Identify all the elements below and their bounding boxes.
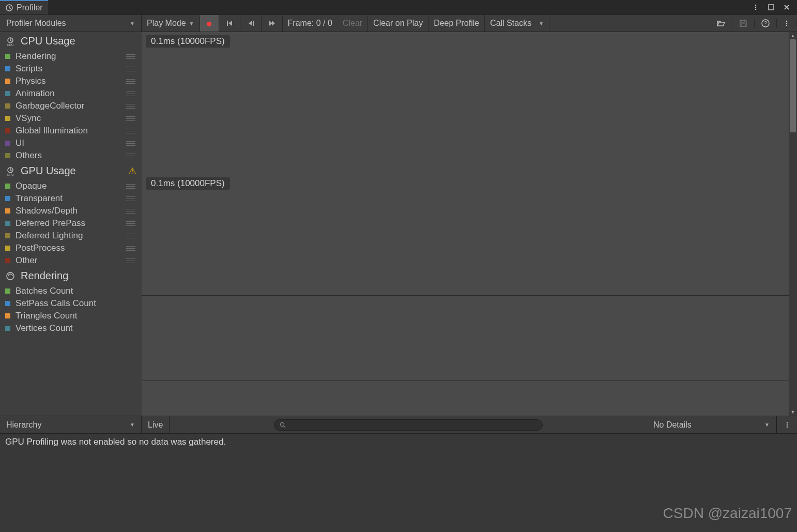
drag-handle-icon[interactable] [125,259,136,263]
record-button[interactable]: ● [200,15,219,32]
scroll-up-icon[interactable]: ▲ [789,32,797,39]
drag-handle-icon[interactable] [125,92,136,96]
legend-item[interactable]: UI [0,137,142,149]
help-button[interactable]: ? [755,19,777,28]
legend-item[interactable]: PostProcess [0,242,142,254]
legend-item[interactable]: Triangles Count [0,310,142,322]
record-icon: ● [206,18,212,29]
module-header[interactable]: GPUGPU Usage⚠ [0,162,142,180]
watermark: CSDN @zaizai1007 [663,505,792,522]
drag-handle-icon[interactable] [125,246,136,251]
warning-icon: ⚠ [128,165,136,177]
vertical-scrollbar[interactable]: ▲ ▼ [789,32,797,416]
scrollbar-thumb[interactable] [790,39,796,132]
legend-item[interactable]: Deferred PrePass [0,217,142,230]
no-details-label: No Details [653,420,692,430]
svg-point-17 [281,422,284,426]
drag-handle-icon[interactable] [125,196,136,201]
cpu-icon: CPU [5,36,16,47]
drag-handle-icon[interactable] [125,129,136,133]
legend-item[interactable]: Animation [0,87,142,100]
close-icon[interactable] [781,2,792,12]
live-button[interactable]: Live [142,416,170,433]
legend-item[interactable]: Transparent [0,192,142,205]
tab-profiler[interactable]: Profiler [0,0,48,14]
deep-profile-button[interactable]: Deep Profile [428,15,485,32]
save-profile-button[interactable] [732,19,755,28]
legend-item[interactable]: VSync [0,112,142,125]
search-input[interactable] [289,421,537,429]
svg-rect-5 [742,20,745,22]
color-swatch [5,153,10,158]
legend-item[interactable]: Scripts [0,63,142,75]
drag-handle-icon[interactable] [125,184,136,189]
drag-handle-icon[interactable] [125,54,136,59]
svg-point-10 [786,23,788,24]
legend-item[interactable]: Others [0,149,142,162]
svg-text:GPU: GPU [7,173,13,176]
maximize-icon[interactable] [766,2,776,12]
legend-item[interactable]: SetPass Calls Count [0,297,142,310]
legend-item[interactable]: Batches Count [0,285,142,297]
legend-item[interactable]: Vertices Count [0,322,142,335]
legend-item[interactable]: Rendering [0,50,142,63]
drag-handle-icon[interactable] [125,116,136,121]
first-frame-button[interactable] [219,15,240,32]
detail-toolbar: Hierarchy ▼ Live No Details ▼ [0,416,797,434]
legend-item[interactable]: Global Illumination [0,125,142,137]
module-header[interactable]: Rendering [0,267,142,285]
module-items: Batches CountSetPass Calls CountTriangle… [0,285,142,335]
clear-on-play-label: Clear on Play [373,19,423,28]
context-menu-button[interactable] [777,20,797,27]
profiler-icon [5,4,13,12]
no-details-dropdown[interactable]: No Details ▼ [647,416,776,433]
search-field[interactable] [274,419,543,431]
graph-section[interactable] [142,296,797,381]
scroll-down-icon[interactable]: ▼ [789,408,797,416]
drag-handle-icon[interactable] [125,154,136,158]
chevron-down-icon: ▼ [539,21,544,26]
graph-section[interactable]: 0.1ms (10000FPS) [142,32,797,174]
legend-label: Deferred Lighting [16,231,120,241]
module-sidebar: CPUCPU UsageRenderingScriptsPhysicsAnima… [0,32,142,416]
legend-label: Global Illumination [16,126,120,136]
render-icon [5,271,16,281]
legend-item[interactable]: GarbageCollector [0,100,142,112]
play-mode-dropdown[interactable]: Play Mode ▼ [142,15,200,32]
legend-item[interactable]: Shadows/Depth [0,205,142,217]
prev-frame-button[interactable] [240,15,262,32]
drag-handle-icon[interactable] [125,79,136,84]
more-icon[interactable] [750,2,761,12]
color-swatch [5,54,10,59]
drag-handle-icon[interactable] [125,234,136,238]
more-vertical-icon [783,20,790,27]
call-stacks-dropdown[interactable]: Call Stacks ▼ [485,15,549,32]
save-icon [739,19,748,28]
profiler-toolbar: Profiler Modules ▼ Play Mode ▼ ● Frame: … [0,14,797,32]
legend-item[interactable]: Deferred Lighting [0,230,142,242]
drag-handle-icon[interactable] [125,221,136,226]
graph-section[interactable]: 0.1ms (10000FPS) [142,174,797,296]
legend-item[interactable]: Physics [0,75,142,87]
drag-handle-icon[interactable] [125,104,136,109]
last-frame-button[interactable] [262,15,283,32]
legend-item[interactable]: Other [0,254,142,267]
drag-handle-icon[interactable] [125,67,136,71]
drag-handle-icon[interactable] [125,141,136,146]
frame-label: Frame: 0 / 0 [288,19,332,28]
module-title: GPU Usage [21,165,123,177]
legend-label: Animation [16,88,120,99]
module-header[interactable]: CPUCPU Usage [0,32,142,50]
clear-on-play-button[interactable]: Clear on Play [368,15,428,32]
detail-more-button[interactable] [776,416,797,433]
hierarchy-dropdown[interactable]: Hierarchy ▼ [0,416,142,433]
profiler-modules-dropdown[interactable]: Profiler Modules ▼ [0,15,142,32]
drag-handle-icon[interactable] [125,209,136,214]
live-label: Live [148,420,163,430]
clear-button[interactable]: Clear [338,15,368,32]
legend-label: VSync [16,113,120,124]
legend-label: Scripts [16,64,120,74]
legend-label: SetPass Calls Count [16,298,136,309]
legend-item[interactable]: Opaque [0,180,142,192]
open-profile-button[interactable] [710,19,732,28]
